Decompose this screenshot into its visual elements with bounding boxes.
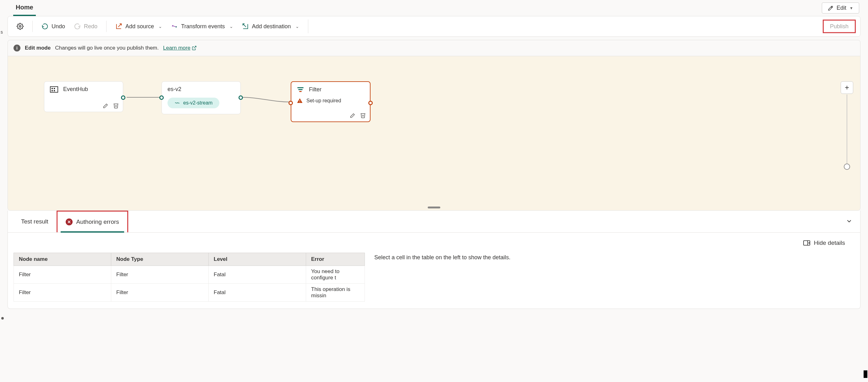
toolbar-divider [106,21,106,32]
error-badge-icon: ✕ [66,218,72,225]
table-header-row: Node name Node Type Level Error [14,253,365,266]
error-detail-pane: Select a cell in the table on the left t… [374,253,855,302]
add-node-button[interactable]: + [841,81,853,94]
add-source-button[interactable]: Add source ⌄ [112,21,165,32]
info-icon: i [13,44,21,51]
delete-icon[interactable] [113,102,119,109]
tab-home[interactable]: Home [13,2,36,16]
undo-icon [41,23,49,30]
publish-button[interactable]: Publish [823,20,856,33]
warning-icon [297,98,303,104]
redo-icon [74,23,81,30]
svg-point-1 [172,25,174,26]
stray-char: s [1,30,3,35]
pipeline-canvas[interactable]: EventHub es-v2 es-v2-stream [8,56,860,210]
output-port[interactable] [368,101,373,105]
redo-button[interactable]: Redo [71,21,100,32]
th-node-type[interactable]: Node Type [111,253,209,266]
th-level[interactable]: Level [209,253,306,266]
dot-marker [1,317,4,319]
hide-details-label: Hide details [814,240,845,246]
tab-authoring-errors[interactable]: ✕ Authoring errors [57,211,128,232]
cell-node-name[interactable]: Filter [14,284,111,302]
chevron-down-icon: ⌄ [229,24,233,29]
eventhub-icon [50,86,58,93]
transform-icon [171,23,178,30]
table-row[interactable]: Filter Filter Fatal You need to configur… [14,266,365,284]
zoom-slider-track [847,95,847,167]
filter-icon [297,87,304,92]
toolbar-divider [308,20,308,33]
toolbar-divider [32,21,33,32]
info-message: Changes will go live once you publish th… [55,45,159,51]
toolbar: Undo Redo Add source ⌄ Transform events … [7,16,861,37]
cell-error[interactable]: This operation is missin [306,284,365,302]
node-eventhub-title: EventHub [63,86,88,93]
edit-button[interactable]: Edit ▼ [822,2,859,13]
learn-more-link[interactable]: Learn more [163,45,197,51]
tab-test-result[interactable]: Test result [13,211,57,232]
chevron-down-icon: ⌄ [296,24,299,29]
chevron-down-icon: ⌄ [158,24,162,29]
input-port[interactable] [159,96,164,100]
output-port[interactable] [121,96,125,100]
svg-rect-6 [300,100,300,102]
info-banner: i Edit mode Changes will go live once yo… [8,40,860,56]
output-port[interactable] [239,96,243,100]
svg-line-3 [194,46,196,48]
node-esv2-title: es-v2 [167,86,181,93]
errors-table: Node name Node Type Level Error Filter F… [13,253,365,302]
add-source-label: Add source [125,23,154,30]
input-port[interactable] [288,101,293,105]
cell-node-name[interactable]: Filter [14,266,111,284]
settings-button[interactable] [13,21,27,32]
plus-icon: + [845,83,849,92]
transform-button[interactable]: Transform events ⌄ [168,21,236,32]
node-filter[interactable]: Filter Set-up required [291,81,371,122]
svg-rect-7 [300,102,300,103]
collapse-panel-button[interactable] [846,217,852,225]
hide-details-button[interactable]: Hide details [8,233,860,249]
edit-button-label: Edit [837,5,846,11]
cell-node-type[interactable]: Filter [111,284,209,302]
stream-label: es-v2-stream [183,100,212,106]
add-destination-icon [242,23,249,30]
redo-label: Redo [84,23,97,30]
hide-details-icon [803,240,810,246]
add-destination-button[interactable]: Add destination ⌄ [239,21,302,32]
node-filter-title: Filter [309,86,321,93]
add-destination-label: Add destination [252,23,291,30]
svg-point-0 [19,26,21,27]
delete-icon[interactable] [360,112,366,118]
gear-icon [17,23,24,30]
cell-level[interactable]: Fatal [209,266,306,284]
node-eventhub[interactable]: EventHub [44,81,123,112]
stream-pill[interactable]: es-v2-stream [167,98,219,108]
svg-point-2 [176,26,177,28]
cell-node-type[interactable]: Filter [111,266,209,284]
node-filter-warning: Set-up required [306,98,341,104]
tab-authoring-errors-label: Authoring errors [76,218,119,225]
resize-grip[interactable] [428,207,440,208]
pencil-icon [828,5,833,11]
learn-more-label: Learn more [163,45,190,51]
panel-tabs: Test result ✕ Authoring errors [8,211,860,233]
stream-icon [175,100,180,106]
caret-down-icon: ▼ [849,6,853,10]
zoom-slider-thumb[interactable] [844,164,850,170]
th-node-name[interactable]: Node name [14,253,111,266]
undo-button[interactable]: Undo [38,21,68,32]
th-error[interactable]: Error [306,253,365,266]
info-mode-label: Edit mode [25,45,51,51]
table-row[interactable]: Filter Filter Fatal This operation is mi… [14,284,365,302]
node-esv2[interactable]: es-v2 es-v2-stream [161,81,241,114]
cell-level[interactable]: Fatal [209,284,306,302]
bottom-panel: Test result ✕ Authoring errors Hide deta… [7,211,861,309]
connector-line [240,93,294,105]
undo-label: Undo [52,23,65,30]
cell-error[interactable]: You need to configure t [306,266,365,284]
edit-icon[interactable] [103,102,109,109]
edit-icon[interactable] [350,112,356,118]
chevron-down-icon [846,217,852,224]
tab-test-result-label: Test result [21,218,49,225]
